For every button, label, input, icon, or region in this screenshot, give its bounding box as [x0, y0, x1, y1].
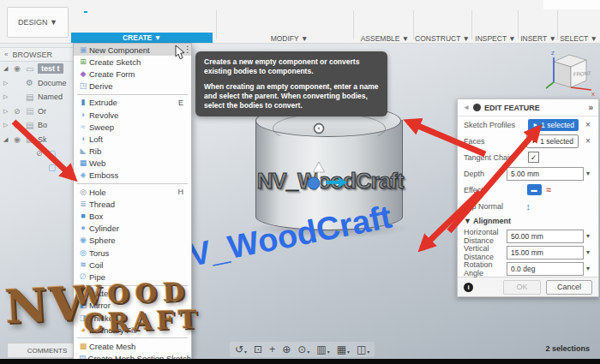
menu-item[interactable]: ▩ Create Mesh [74, 340, 191, 352]
expand-arrow-icon[interactable]: ▷ [3, 80, 11, 87]
ribbon-tab[interactable] [135, 0, 139, 12]
menu-item[interactable]: ◎ Torus [74, 247, 191, 259]
menu-item[interactable]: ⊞ Create Sketch [74, 56, 191, 68]
info-icon[interactable]: i [464, 283, 473, 292]
assemble-dropdown-button[interactable]: ASSEMBLE ▼ [358, 34, 411, 43]
expand-arrow-icon[interactable]: ◢ [3, 65, 11, 72]
visibility-eye-icon[interactable]: ◉ [14, 64, 23, 73]
menu-item[interactable]: ◨ Thicken [74, 312, 191, 324]
menu-item[interactable]: ◧ Mirror [74, 300, 191, 312]
browser-tree-row[interactable]: ▢ [0, 161, 74, 176]
ok-button[interactable]: OK [503, 280, 541, 295]
menu-item[interactable]: ∅ Pipe [74, 271, 191, 283]
insert-group-icon[interactable] [525, 13, 543, 33]
clear-selection-button[interactable]: × [584, 136, 592, 146]
menu-item[interactable]: ◕ Boundary Fill [74, 324, 191, 336]
embossed-text[interactable]: NV_WoodCraft [242, 168, 418, 194]
create-group-icon[interactable] [75, 13, 94, 33]
expand-dialog-icon[interactable]: » [588, 103, 593, 112]
create-group-icon[interactable] [191, 13, 210, 33]
modify-group-icon[interactable] [314, 13, 333, 33]
nav-tool-icon[interactable]: + [269, 344, 275, 355]
menu-item[interactable]: ◣ Rib [74, 146, 191, 158]
menu-item[interactable]: ▣ New Component [74, 44, 191, 56]
horizontal-distance-input[interactable]: 50.00 mm [507, 230, 584, 243]
nav-tool-icon[interactable]: ▥ ▾ [316, 344, 329, 355]
inspect-group-icon[interactable] [478, 13, 497, 33]
chevron-down-icon[interactable]: ▾ [584, 248, 592, 256]
visibility-eye-icon[interactable]: ◉ [14, 135, 23, 144]
menu-item[interactable]: ▮ Extrude E [74, 97, 191, 109]
menu-item[interactable]: ≋ Coil [74, 259, 191, 271]
deboss-effect-icon[interactable]: ≈ [547, 185, 552, 194]
ribbon-tab[interactable] [161, 0, 165, 12]
expand-arrow-icon[interactable]: ◢ [3, 136, 11, 143]
modify-group-icon[interactable] [244, 13, 263, 33]
sketch-profiles-selection-chip[interactable]: ► 1 selected [528, 119, 579, 131]
depth-input[interactable]: 5.00 mm [507, 167, 584, 181]
clear-selection-button[interactable]: × [584, 120, 592, 129]
menu-item[interactable]: ◎ Hole H [74, 186, 191, 198]
cancel-button[interactable]: Cancel [546, 280, 592, 295]
menu-item[interactable]: ▦ Web [74, 158, 191, 170]
nav-tool-icon[interactable]: ⊙ ▾ [297, 344, 309, 355]
nav-tool-icon[interactable]: ↺ ▾ [235, 344, 247, 355]
faces-selection-chip[interactable]: ► 1 selected [526, 134, 579, 148]
construct-group-icon[interactable] [427, 13, 446, 33]
create-group-icon[interactable] [168, 13, 187, 33]
collapse-panel-icon[interactable]: « [4, 51, 8, 58]
menu-item[interactable]: ∷ Pattern [74, 288, 191, 300]
insert-dropdown-button[interactable]: INSERT ▼ [519, 34, 557, 43]
vertical-distance-input[interactable]: 15.00 mm [507, 246, 584, 260]
visibility-eye-icon[interactable]: ⊘ [14, 107, 23, 116]
browser-tree-row[interactable]: ⊘ ▢ [0, 146, 74, 161]
workspace-switcher[interactable]: DESIGN ▼ [7, 7, 69, 38]
visibility-eye-icon[interactable]: ◉ [14, 121, 23, 129]
expand-arrow-icon[interactable]: ▷ [3, 93, 11, 100]
browser-header[interactable]: « BROWSER [0, 47, 74, 62]
ribbon-tab[interactable] [84, 0, 87, 13]
nav-tool-icon[interactable]: ⊡ [254, 344, 262, 355]
browser-tree-row[interactable]: ▷ ⚙ Docume [0, 76, 74, 91]
ribbon-tab[interactable] [110, 0, 113, 12]
browser-tree-row[interactable]: ▷ ▤ Named [0, 90, 74, 104]
flip-normal-icon[interactable]: ↕ [526, 201, 531, 212]
rotation-angle-input[interactable]: 0.0 deg [507, 262, 584, 276]
menu-item[interactable]: ◗ Revolve [74, 109, 191, 121]
expand-arrow-icon[interactable]: ▷ [3, 108, 11, 115]
menu-item[interactable]: ■ Box [74, 210, 191, 222]
menu-item[interactable]: ◆ Create Form [74, 68, 191, 80]
menu-item[interactable]: ● Cylinder [74, 223, 191, 235]
collapse-dialog-icon[interactable]: ◄ [463, 104, 470, 111]
browser-tree-row[interactable]: ▷ ⊘ ▤ Or [0, 104, 74, 119]
create-dropdown-button[interactable]: CREATE ▼ [71, 33, 213, 43]
select-group-icon[interactable] [566, 13, 585, 33]
create-group-icon[interactable] [145, 13, 164, 33]
menu-item[interactable]: ◳ Derive [74, 81, 191, 92]
modify-dropdown-button[interactable]: MODIFY ▼ [257, 34, 321, 43]
menu-item[interactable]: ◈ Emboss [74, 170, 191, 182]
chevron-down-icon[interactable]: ▾ [584, 170, 592, 177]
create-group-icon[interactable] [99, 13, 117, 33]
modify-group-icon[interactable] [267, 13, 286, 33]
nav-tool-icon[interactable]: ⊕ [282, 344, 291, 355]
alignment-section-header[interactable]: ▼ Alignment [458, 214, 598, 228]
menu-item[interactable]: ≈ Sweep [74, 121, 191, 133]
tangent-chain-checkbox[interactable]: ✓ [528, 152, 539, 163]
visibility-eye-icon[interactable]: ⊘ [36, 149, 45, 158]
nav-tool-icon[interactable]: ◫ ▾ [357, 344, 369, 355]
dialog-header[interactable]: ◄ EDIT FEATURE » [458, 99, 598, 116]
browser-tree-row[interactable]: ▷ ◉ ▤ Bo [0, 118, 74, 133]
expand-arrow-icon[interactable]: ▷ [3, 122, 11, 128]
menu-item[interactable]: ◖ Loft [74, 133, 191, 145]
viewcube[interactable]: FRONT Z X [545, 45, 597, 99]
chevron-down-icon[interactable]: ▾ [584, 232, 592, 240]
assemble-group-icon[interactable] [360, 13, 379, 33]
modify-group-icon[interactable] [221, 13, 240, 33]
select-dropdown-button[interactable]: SELECT ▼ [559, 34, 598, 43]
assemble-group-icon[interactable] [383, 13, 402, 33]
browser-tree-row[interactable]: ◢ ◉ ▭ test t [0, 62, 74, 76]
create-group-icon[interactable] [122, 13, 141, 33]
menu-item[interactable]: ≣ Thread [74, 198, 191, 210]
nav-tool-icon[interactable]: ▦ ▾ [337, 344, 350, 355]
